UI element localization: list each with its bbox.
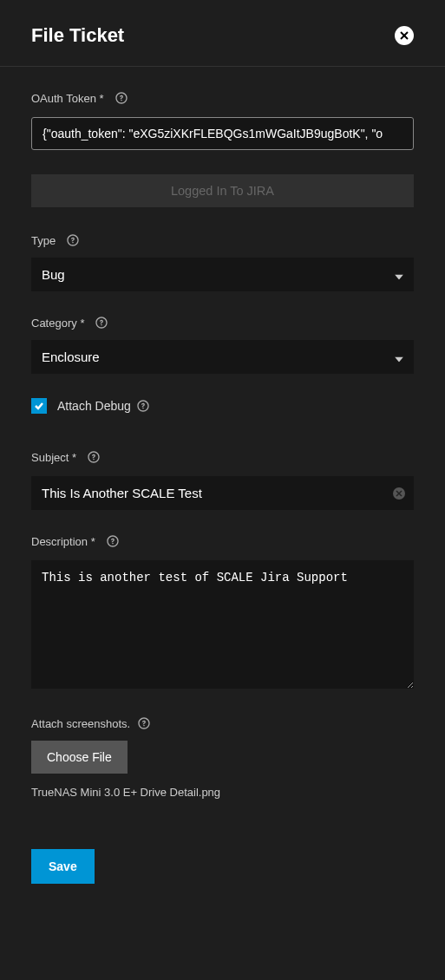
category-required: * (80, 317, 84, 330)
category-help-icon[interactable] (95, 316, 108, 330)
subject-field-group: Subject * This Is Another SCALE Test (31, 450, 414, 510)
subject-help-icon[interactable] (87, 450, 101, 464)
subject-input[interactable]: This Is Another SCALE Test (42, 486, 381, 500)
form: OAuth Token * Logged In To JIRA Type Bug (0, 67, 445, 908)
description-help-icon[interactable] (106, 534, 120, 548)
subject-wrapper: This Is Another SCALE Test (31, 476, 414, 510)
type-field-group: Type Bug (31, 233, 414, 291)
oauth-label-row: OAuth Token * (31, 91, 414, 105)
oauth-required: * (100, 92, 104, 105)
choose-file-button[interactable]: Choose File (31, 741, 128, 774)
category-label-row: Category * (31, 316, 414, 330)
subject-required: * (72, 451, 76, 464)
screenshots-help-icon[interactable] (137, 716, 151, 730)
close-icon (398, 29, 410, 42)
attach-debug-checkbox[interactable] (31, 398, 47, 414)
type-label: Type (31, 234, 56, 247)
subject-label-row: Subject * (31, 450, 414, 464)
check-icon (34, 401, 44, 411)
screenshots-label-row: Attach screenshots. (31, 716, 414, 730)
svg-marker-3 (395, 356, 403, 362)
screenshots-label: Attach screenshots. (31, 717, 130, 730)
oauth-input[interactable] (31, 117, 414, 150)
subject-label: Subject (31, 451, 69, 464)
page-title: File Ticket (31, 24, 124, 47)
subject-clear-button[interactable] (393, 487, 405, 500)
chevron-down-icon (395, 267, 403, 282)
type-label-row: Type (31, 233, 414, 247)
attach-debug-help-icon[interactable] (136, 399, 150, 413)
description-label-row: Description * (31, 534, 414, 548)
chevron-down-icon (395, 350, 403, 364)
oauth-label: OAuth Token (31, 92, 96, 105)
description-label: Description (31, 535, 88, 548)
close-button[interactable] (395, 26, 414, 45)
header: File Ticket (0, 0, 445, 67)
save-button[interactable]: Save (31, 849, 95, 884)
attach-debug-row: Attach Debug (31, 398, 414, 414)
oauth-help-icon[interactable] (115, 91, 128, 105)
svg-marker-2 (395, 274, 403, 279)
login-status: Logged In To JIRA (31, 174, 414, 207)
description-textarea[interactable] (31, 560, 414, 689)
category-label: Category (31, 317, 77, 330)
uploaded-filename: TrueNAS Mini 3.0 E+ Drive Detail.png (31, 786, 414, 799)
type-select[interactable]: Bug (31, 258, 414, 291)
description-required: * (91, 535, 95, 548)
category-value: Enclosure (42, 350, 100, 364)
type-help-icon[interactable] (66, 233, 80, 247)
screenshots-field-group: Attach screenshots. Choose File TrueNAS … (31, 716, 414, 799)
category-field-group: Category * Enclosure (31, 316, 414, 374)
oauth-field-group: OAuth Token * (31, 91, 414, 150)
description-field-group: Description * (31, 534, 414, 692)
attach-debug-label: Attach Debug (57, 399, 131, 413)
file-ticket-panel: File Ticket OAuth Token * Logged In To J… (0, 0, 445, 908)
type-value: Bug (42, 267, 65, 282)
category-select[interactable]: Enclosure (31, 340, 414, 374)
clear-icon (396, 490, 402, 497)
